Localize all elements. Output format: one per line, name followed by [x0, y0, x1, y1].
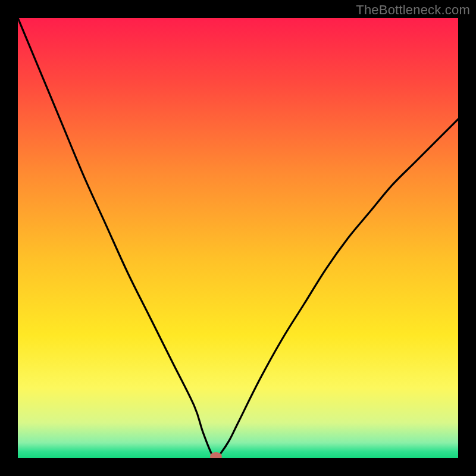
watermark-text: TheBottleneck.com — [356, 2, 470, 18]
chart-frame: TheBottleneck.com — [0, 0, 476, 476]
minimum-marker — [210, 452, 222, 461]
plot-background-gradient — [18, 18, 458, 458]
bottleneck-chart — [0, 0, 476, 476]
